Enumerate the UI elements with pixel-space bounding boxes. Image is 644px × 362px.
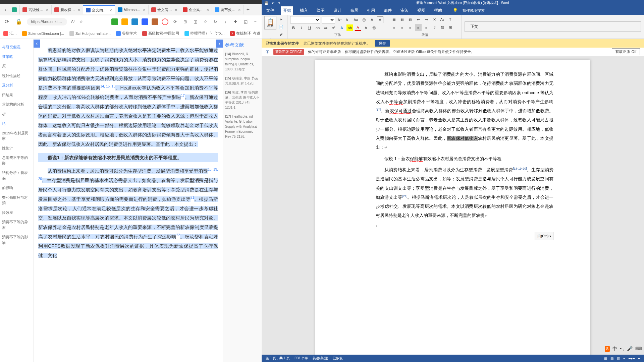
bookmark[interactable]: 汇… — [3, 31, 17, 36]
italic-button[interactable]: I — [298, 24, 305, 31]
cut-icon[interactable]: ✂ — [278, 16, 284, 23]
status-lang[interactable]: 英语(美国) — [313, 356, 328, 361]
search-icon[interactable]: 💡 — [453, 8, 458, 13]
superscript-button[interactable]: x² — [330, 24, 337, 31]
outline-item[interactable]: 归结果 — [1, 90, 32, 100]
status-words[interactable]: 658 个字 — [294, 356, 308, 361]
char-border-icon[interactable]: A — [377, 16, 383, 23]
get-genuine-button[interactable]: 获取正版 Off — [612, 48, 640, 55]
format-painter-icon[interactable]: 🖌 — [278, 31, 284, 38]
outline-item[interactable]: 营结构的分析 — [1, 100, 32, 109]
collections-icon[interactable]: ⊞ — [182, 18, 189, 25]
font-size-select[interactable] — [322, 16, 335, 23]
lock-icon[interactable]: 🔒 — [15, 18, 23, 26]
url-box[interactable]: https://kns.cnki.... — [27, 18, 67, 25]
grow-font-icon[interactable]: A↑ — [336, 16, 343, 23]
close-icon[interactable]: × — [78, 7, 80, 12]
menu-icon[interactable]: ⋯ — [252, 18, 259, 25]
bookmark[interactable]: ScienceDirect.com |... — [22, 31, 64, 36]
save-recovered-button[interactable]: 保存 — [375, 40, 390, 47]
outline-item[interactable]: 征策略 — [1, 52, 32, 62]
underline-button[interactable]: U — [306, 24, 313, 31]
outline-item[interactable]: 与研究假说 — [1, 42, 32, 52]
menu-file[interactable]: 文件 — [264, 6, 276, 15]
borders-icon[interactable]: ⊞ — [447, 24, 454, 31]
numbering-icon[interactable]: ☷ — [399, 16, 406, 23]
favorites-icon[interactable]: ☆ — [202, 18, 209, 25]
outline-item[interactable]: 析 — [1, 109, 32, 119]
ref-item[interactable]: [16] 郭红, 李奥 等的度量、出生统 兼与收入不平等比 2013, (4):… — [225, 90, 260, 110]
menu-references[interactable]: 引用 — [365, 6, 377, 15]
phonetic-icon[interactable]: ㊥ — [361, 16, 367, 23]
refresh-button[interactable]: ⟳ — [3, 18, 11, 26]
citation[interactable]: 17 — [181, 94, 185, 98]
paste-options-button[interactable]: 📋 (Ctrl) ▾ — [535, 232, 553, 240]
menu-view[interactable]: 视图 — [415, 6, 427, 15]
close-icon[interactable]: × — [143, 7, 146, 12]
close-icon[interactable]: × — [46, 7, 49, 12]
menu-design[interactable]: 设计 — [331, 6, 343, 15]
copy-icon[interactable]: 📄 — [278, 23, 284, 30]
bookmark[interactable]: y在线翻译_有道 — [230, 31, 260, 36]
ext-icon[interactable] — [131, 18, 138, 25]
outline-item[interactable]: 消费不平等的影响 — [1, 232, 32, 247]
history-icon[interactable]: ↻ — [212, 18, 219, 25]
tab-1[interactable]: 高级检…× — [20, 5, 52, 14]
strike-button[interactable]: ab — [314, 24, 321, 31]
pager-left[interactable]: ‹ — [34, 40, 40, 48]
split-icon[interactable]: ◫ — [192, 18, 199, 25]
shading-icon[interactable]: ▨ — [439, 24, 446, 31]
tab-scroll-left[interactable]: ‹ — [1, 6, 9, 14]
paste-button[interactable]: 粘贴 — [264, 16, 276, 29]
align-center-icon[interactable]: ≡ — [399, 24, 406, 31]
menu-draw[interactable]: 绘图 — [315, 6, 327, 15]
citation[interactable]: 14, 15, 16 — [100, 84, 115, 88]
citation[interactable]: 21 — [191, 196, 194, 199]
bullets-icon[interactable]: ☰ — [391, 16, 397, 23]
indent-inc-icon[interactable]: ⇥ — [423, 16, 430, 23]
outline-item[interactable]: 论 — [1, 119, 32, 128]
change-case-icon[interactable]: Aa — [353, 16, 359, 23]
highlight-icon[interactable]: ab — [346, 24, 353, 31]
sort-icon[interactable]: A↓ — [439, 16, 446, 23]
line-spacing-icon[interactable]: ⇕ — [431, 24, 438, 31]
clear-format-icon[interactable]: A̸ — [369, 16, 375, 23]
outline-item[interactable]: 性统计 — [1, 143, 32, 153]
shrink-font-icon[interactable]: A↓ — [344, 16, 351, 23]
ref-item[interactable]: [15] 杨继东. 中国 势及其原因[J]. 财 1-120. — [225, 76, 260, 86]
tab-6[interactable]: 企业凤…× — [180, 5, 212, 14]
outline-item[interactable]: 原 — [1, 61, 32, 71]
close-icon[interactable]: × — [175, 7, 177, 12]
tab-7[interactable]: 调节效…× — [212, 5, 244, 14]
search-hint[interactable]: 操作说明搜索 — [463, 8, 485, 13]
distributed-icon[interactable]: ≡ — [423, 24, 430, 31]
citation[interactable]: 22 — [176, 233, 180, 237]
keyboard-icon[interactable]: ⌨ — [635, 346, 642, 352]
enclose-char-icon[interactable]: ㊕ — [371, 24, 377, 31]
pager-right[interactable]: › — [216, 40, 223, 48]
indent-dec-icon[interactable]: ⇤ — [415, 16, 422, 23]
ext-icon[interactable] — [121, 18, 128, 25]
text-direction-icon[interactable]: ✕ — [431, 16, 438, 23]
ext-icon[interactable] — [142, 18, 148, 25]
tab-2[interactable]: 新农保…× — [52, 5, 84, 14]
outline-item[interactable]: 及分析 — [1, 80, 32, 90]
bookmark[interactable]: 谷歌学术 — [116, 31, 137, 36]
ext-icon[interactable]: ◱ — [242, 18, 249, 25]
extensions-icon[interactable]: ✚ — [232, 18, 239, 25]
word-page[interactable]: 算约束影响消费支出，反映了消费能力的大小。消费能力的了消费资源在群体间、区域间的… — [315, 60, 590, 355]
save-icon[interactable]: 💾 — [264, 1, 268, 5]
view-print-icon[interactable]: ▦ — [604, 357, 607, 360]
bookmark[interactable]: 高级检索-中国知网 — [142, 31, 179, 36]
view-web-icon[interactable]: ▥ — [617, 357, 620, 360]
redo-icon[interactable]: ↷ — [278, 1, 280, 5]
ext-icon[interactable] — [162, 18, 168, 25]
ref-item[interactable]: [14] Blundell, R. sumption Inequa tainty… — [225, 52, 260, 72]
view-read-icon[interactable]: ▤ — [610, 357, 613, 360]
subscript-button[interactable]: x₂ — [322, 24, 329, 31]
font-family-select[interactable] — [290, 16, 320, 23]
ext-icon[interactable]: ⟳ — [172, 18, 178, 25]
downloads-icon[interactable]: ↓ — [222, 18, 229, 25]
zoom-out-button[interactable]: − — [623, 357, 625, 360]
ext-icon[interactable] — [111, 18, 118, 25]
